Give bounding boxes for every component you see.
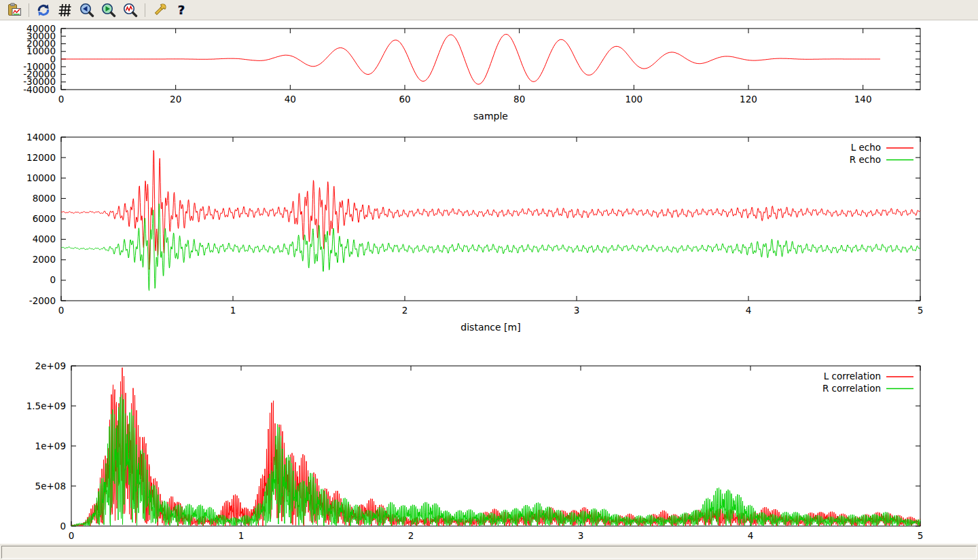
- legend-label: L echo: [851, 142, 881, 153]
- series-group: [61, 151, 920, 291]
- gnuplot-window: ? 020406080100120140-40000-30000-20000-1…: [0, 0, 978, 560]
- y-tick-label: 0: [60, 521, 66, 531]
- y-tick-label: 1.5e+09: [26, 400, 66, 411]
- legend: L echoR echo: [850, 142, 913, 165]
- copy-to-clipboard-icon: [7, 3, 22, 18]
- legend-label: R correlation: [822, 383, 881, 394]
- y-tick-label: 1e+09: [35, 441, 66, 451]
- plot-border: [71, 366, 920, 526]
- x-tick-label: 100: [625, 94, 642, 105]
- x-axis-title: distance [m]: [460, 322, 520, 333]
- toolbar-separator: [145, 3, 145, 17]
- x-tick-label: 4: [748, 530, 754, 541]
- toggle-grid-button[interactable]: [55, 1, 75, 20]
- x-tick-label: 140: [854, 94, 872, 105]
- series-pulse: [61, 35, 880, 85]
- x-tick-label: 5: [918, 305, 924, 316]
- zoom-previous-icon: [79, 3, 94, 18]
- toolbar: ?: [0, 0, 978, 20]
- y-tick-label: 4000: [33, 234, 56, 244]
- x-tick-label: 3: [578, 530, 584, 541]
- series-l-correlation: [71, 368, 920, 526]
- status-message: [1, 546, 977, 559]
- x-tick-label: 2: [402, 305, 408, 316]
- x-tick-label: 2: [408, 530, 414, 541]
- series-group: [61, 35, 880, 85]
- wrench-icon: [152, 3, 167, 18]
- legend-label: R echo: [850, 154, 881, 165]
- y-tick-label: -2000: [29, 295, 56, 306]
- x-tick-label: 60: [399, 94, 410, 105]
- y-tick-label: 0: [50, 274, 56, 285]
- copy-to-clipboard-button[interactable]: [4, 1, 24, 20]
- y-tick-label: 14000: [26, 132, 56, 143]
- x-tick-label: 0: [58, 94, 65, 105]
- status-bar: [0, 543, 978, 560]
- legend-label: L correlation: [824, 371, 881, 381]
- x-axis: 020406080100120140: [58, 29, 872, 105]
- series-r-correlation: [71, 394, 920, 526]
- y-tick-label: 12000: [26, 152, 56, 163]
- svg-text:?: ?: [178, 3, 185, 17]
- plot-canvas: 020406080100120140-40000-30000-20000-100…: [0, 20, 978, 543]
- y-tick-label: 2e+09: [35, 360, 66, 371]
- x-tick-label: 0: [69, 530, 75, 541]
- legend: L correlationR correlation: [822, 371, 913, 394]
- y-tick-label: 6000: [33, 213, 56, 224]
- x-tick-label: 1: [238, 530, 244, 541]
- echo-chart[interactable]: 012345-200002000400060008000100001200014…: [0, 129, 978, 339]
- x-tick-label: 4: [746, 305, 752, 316]
- x-tick-label: 40: [285, 94, 296, 105]
- y-tick-label: 2000: [33, 254, 56, 265]
- replot-button[interactable]: [33, 1, 54, 20]
- y-tick-label: 8000: [33, 193, 56, 204]
- x-tick-label: 0: [58, 305, 65, 316]
- x-tick-label: 1: [230, 305, 236, 316]
- configure-button[interactable]: [149, 1, 170, 20]
- y-axis: -200002000400060008000100001200014000: [26, 132, 920, 306]
- y-tick-label: 40000: [26, 23, 56, 34]
- pulse-chart[interactable]: 020406080100120140-40000-30000-20000-100…: [0, 20, 978, 129]
- series-group: [71, 368, 920, 526]
- zoom-next-icon: [101, 3, 116, 18]
- correlation-chart[interactable]: 01234505e+081e+091.5e+092e+09distance [m…: [0, 339, 978, 560]
- zoom-next-button[interactable]: [98, 1, 119, 20]
- x-tick-label: 120: [740, 94, 757, 105]
- x-tick-label: 5: [918, 530, 924, 541]
- x-tick-label: 80: [513, 94, 525, 105]
- x-axis-title: sample: [473, 111, 508, 122]
- x-tick-label: 20: [170, 94, 181, 105]
- y-tick-label: 10000: [26, 172, 56, 183]
- toolbar-separator: [29, 3, 29, 17]
- apply-autoscale-button[interactable]: [120, 1, 141, 20]
- autoscale-icon: [123, 3, 138, 18]
- series-l-echo: [61, 151, 920, 269]
- x-tick-label: 3: [574, 305, 580, 316]
- replot-icon: [36, 3, 51, 18]
- help-icon: ?: [174, 3, 189, 18]
- zoom-previous-button[interactable]: [77, 1, 97, 20]
- y-tick-label: 5e+08: [35, 481, 66, 491]
- grid-icon: [58, 3, 73, 18]
- help-button[interactable]: ?: [171, 1, 192, 20]
- x-axis: 012345: [58, 137, 924, 316]
